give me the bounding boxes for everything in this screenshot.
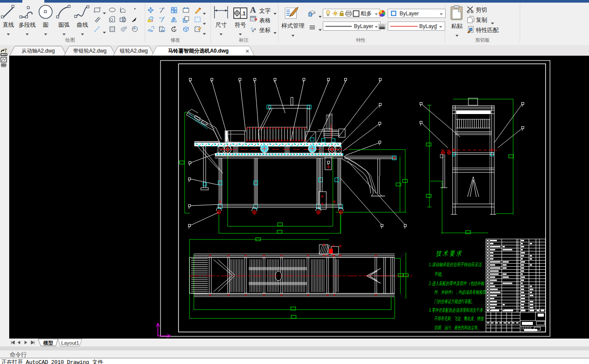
- svg-text:模型: 模型: [43, 340, 54, 346]
- svg-text:Layout1: Layout1: [61, 340, 79, 346]
- svg-text:门的合格证方能进行装配。: 门的合格证方能进行装配。: [434, 299, 475, 304]
- svg-text:不得有毛刺、飞边、氧化皮、锈蚀、: 不得有毛刺、飞边、氧化皮、锈蚀、: [434, 316, 487, 321]
- svg-text:带链轮A2.dwg: 带链轮A2.dwg: [73, 48, 107, 54]
- svg-text:平稳。: 平稳。: [434, 271, 445, 277]
- svg-text:2.进入装配的零件及部件（包括外购: 2.进入装配的零件及部件（包括外购: [428, 281, 484, 286]
- svg-text:切屑、油污、着色剂和灰尘等。: 切屑、油污、着色剂和灰尘等。: [434, 325, 481, 330]
- svg-text:1.滚动轴承装好后用手转动应灵活、: 1.滚动轴承装好后用手转动应灵活、: [429, 262, 485, 267]
- svg-text:件、外协件），均必须具有检验部: 件、外协件），均必须具有检验部: [434, 289, 486, 295]
- svg-text:从动轴A2.dwg: 从动轴A2.dwg: [21, 48, 55, 54]
- svg-text:.1: .1: [241, 11, 246, 17]
- svg-text:马铃薯智能分选机A0.dwg: 马铃薯智能分选机A0.dwg: [168, 48, 229, 54]
- svg-text:链轮A2.dwg: 链轮A2.dwg: [120, 48, 148, 54]
- svg-text:A: A: [133, 27, 136, 30]
- svg-text:技 术 要 求: 技 术 要 求: [436, 250, 462, 257]
- svg-text:3.零件在装配前必须清理和清洗干净，: 3.零件在装配前必须清理和清洗干净，: [429, 307, 486, 313]
- svg-text:✕: ✕: [245, 48, 250, 54]
